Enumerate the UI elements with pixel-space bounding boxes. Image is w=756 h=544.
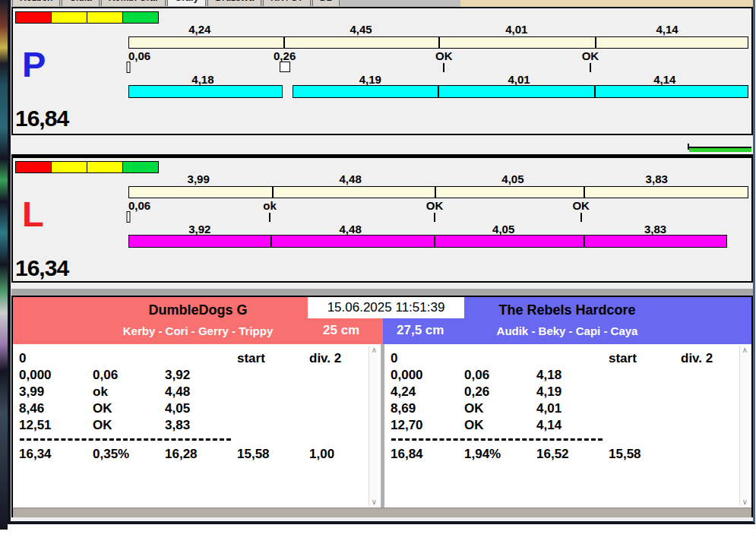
value-cell (237, 400, 309, 417)
tab-cidla[interactable]: Cidla (62, 0, 99, 6)
header-cell: start (609, 350, 681, 367)
lane-track: 3,994,484,053,830,06okOKOK3,924,484,053,… (128, 158, 748, 281)
value-cell (237, 417, 309, 434)
bar-divider (595, 37, 596, 48)
scroll-up-icon[interactable]: ∧ (742, 346, 748, 354)
split-time-label: 4,45 (350, 23, 372, 36)
value-cell: 4,18 (536, 367, 609, 384)
tab-rozbeh[interactable]: Rozbeh (12, 0, 60, 6)
app-screen: RozbehCidlaKombi GrafGrafyDružstvaKR / S… (0, 0, 756, 544)
legend-light-box (87, 11, 123, 24)
split-time-label: 4,24 (188, 23, 210, 36)
dog-split-segment (435, 235, 584, 248)
dog-split-bar (128, 85, 748, 98)
value-cell: 4,14 (536, 417, 609, 434)
header-cell: 0 (391, 350, 464, 367)
value-cell (609, 384, 681, 400)
result-tables: 0startdiv. 20,0000,063,923,99ok4,488,46O… (13, 344, 751, 508)
dog-split-segment (128, 235, 271, 248)
split-labels-bottom: 3,924,484,053,83 (128, 223, 748, 234)
value-cell (609, 417, 681, 434)
scroll-down-icon[interactable]: ∨ (742, 498, 748, 506)
tab-grafy[interactable]: Grafy (167, 0, 206, 6)
total-cell: 16,28 (165, 446, 237, 463)
value-cell (309, 367, 362, 384)
teams-section: DumbleDogs G Kerby - Cori - Gerry - Trip… (11, 296, 753, 517)
change-marks (128, 62, 748, 74)
totals-separator (391, 438, 603, 441)
change-label: OK (435, 49, 453, 62)
jump-height-right: 27,5 cm (397, 323, 444, 338)
value-cell: 3,83 (165, 417, 237, 434)
split-time-label: 4,05 (501, 172, 524, 185)
split-time-label: 4,19 (359, 73, 381, 86)
total-cell: 0,35% (93, 446, 165, 463)
change-label: OK (572, 199, 590, 212)
team-headers: DumbleDogs G Kerby - Cori - Gerry - Trip… (13, 297, 751, 344)
value-cell: 8,69 (391, 400, 464, 417)
green-progress-bar (689, 147, 751, 152)
value-cell (309, 417, 362, 434)
value-cell: 8,46 (19, 400, 93, 417)
change-label: 0,06 (128, 199, 150, 212)
value-cell: OK (93, 400, 165, 417)
scroll-up-icon[interactable]: ∧ (372, 346, 377, 354)
value-cell: 4,48 (165, 384, 237, 400)
split-time-label: 4,48 (340, 223, 362, 236)
split-time-label: 3,83 (646, 172, 668, 185)
tab-kr-st[interactable]: KR / ST (263, 0, 311, 6)
value-cell: 0,000 (19, 367, 93, 384)
total-cell: 16,52 (536, 446, 609, 463)
header-cell (93, 350, 165, 367)
value-cell: ok (93, 384, 165, 400)
dog-split-bar (128, 235, 748, 248)
legend-light-box (15, 11, 52, 24)
lane-letter: P (22, 46, 46, 82)
header-cell: div. 2 (681, 350, 733, 367)
split-labels-top: 4,244,454,014,14 (128, 23, 748, 34)
change-mark-line (434, 213, 435, 222)
scroll-down-icon[interactable]: ∨ (372, 498, 377, 506)
change-mark-line (269, 213, 270, 222)
timing-window: RozbehCidlaKombi GrafGrafyDružstvaKR / S… (8, 0, 755, 524)
value-cell: 4,19 (536, 384, 609, 400)
header-cell (165, 350, 237, 367)
value-cell (309, 384, 362, 400)
sensor-split-bar (128, 36, 748, 49)
lane-total-time: 16,84 (15, 106, 68, 131)
lane-P: P16,844,244,454,014,140,060,26OKOK4,184,… (11, 7, 753, 135)
bar-divider (438, 37, 440, 48)
change-mark-square (280, 62, 290, 72)
legend-light-box (51, 161, 87, 173)
legend-light-box (51, 11, 87, 24)
bar-divider (435, 187, 436, 198)
tab-dl[interactable]: DL (312, 0, 340, 6)
tab-kombi-graf[interactable]: Kombi Graf (101, 0, 166, 6)
dog-split-segment (271, 235, 435, 248)
split-time-label: 4,18 (191, 73, 214, 86)
total-cell: 15,58 (609, 446, 681, 463)
value-cell: OK (464, 400, 536, 417)
dog-split-segment (128, 85, 283, 98)
total-cell: 16,84 (391, 446, 464, 463)
desktop-edge (0, 0, 8, 530)
value-cell: 0,06 (464, 367, 536, 384)
header-cell: div. 2 (309, 350, 362, 367)
value-cell (681, 400, 733, 417)
totals-grid: 16,340,35%16,2815,581,00 (19, 446, 362, 463)
vertical-scrollbar[interactable]: ∧∨ (739, 346, 750, 506)
change-marks (128, 211, 748, 223)
totals-separator (20, 438, 231, 441)
tab-dru-stva[interactable]: Družstva (207, 0, 261, 6)
vertical-scrollbar[interactable]: ∧∨ (369, 346, 379, 506)
status-bar (13, 508, 751, 517)
bar-divider (283, 37, 285, 48)
value-cell (681, 367, 733, 384)
tab-strip: RozbehCidlaKombi GrafGrafyDružstvaKR / S… (11, 0, 753, 7)
split-time-label: 4,01 (508, 73, 530, 86)
split-time-label: 4,14 (656, 23, 678, 36)
change-labels: 0,06okOKOK (128, 199, 748, 210)
change-label: OK (582, 49, 599, 62)
table-right: 0startdiv. 20,0000,064,184,240,264,198,6… (384, 344, 751, 508)
dog-split-segment (584, 235, 727, 248)
